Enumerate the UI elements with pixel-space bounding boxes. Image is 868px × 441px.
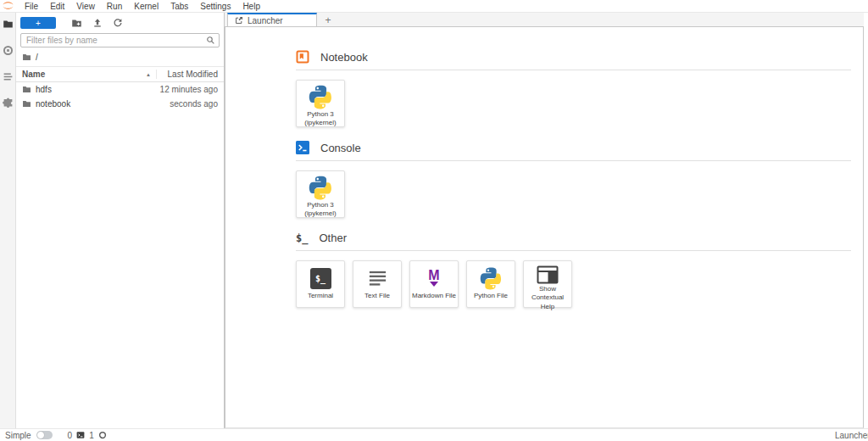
table-of-contents-icon[interactable] (3, 71, 14, 82)
terminal-icon: $_ (310, 265, 331, 291)
card-label: Python File (472, 292, 509, 300)
card-python-file[interactable]: Python File (466, 260, 515, 308)
kernel-status-icon (98, 431, 107, 439)
tab-launcher[interactable]: Launcher (227, 13, 317, 26)
section-notebook-header: Notebook (296, 50, 851, 70)
menu-tabs[interactable]: Tabs (164, 2, 194, 11)
toggle-knob (37, 432, 44, 438)
column-name[interactable]: Name ▲ (22, 70, 157, 79)
search-icon (206, 36, 215, 45)
card-label: Show Contextual Help (524, 285, 571, 311)
launcher-icon (235, 16, 243, 25)
card-label: Markdown File (410, 292, 458, 300)
card-label: Text File (363, 292, 392, 300)
tab-launcher-label: Launcher (248, 16, 283, 25)
filter-files-container (20, 33, 220, 47)
python-icon (309, 176, 333, 200)
folder-icon (22, 85, 31, 94)
simple-mode-toggle[interactable] (36, 431, 53, 439)
text-file-icon (367, 265, 388, 291)
upload-icon[interactable] (87, 18, 108, 28)
menu-kernel[interactable]: Kernel (128, 2, 164, 11)
statusbar-context-label: Launcher (835, 431, 868, 440)
folder-icon (22, 99, 31, 109)
python-icon (309, 85, 333, 109)
section-title: Console (320, 142, 361, 154)
file-browser-icon[interactable] (3, 19, 14, 30)
file-name: notebook (36, 99, 70, 109)
extension-manager-icon[interactable] (3, 98, 14, 109)
file-name: hdfs (36, 85, 52, 94)
home-folder-icon (22, 53, 31, 62)
menu-help[interactable]: Help (236, 2, 266, 11)
section-console: Console Python 3 (ipykernel) (296, 141, 851, 218)
card-notebook-python3[interactable]: Python 3 (ipykernel) (296, 80, 345, 127)
terminal-status-icon (76, 431, 85, 439)
file-list-header: Name ▲ Last Modified (16, 66, 224, 82)
file-modified: 12 minutes ago (160, 85, 218, 94)
markdown-icon: M (428, 265, 439, 291)
file-browser-panel: + (16, 13, 225, 428)
tab-bar: Launcher + (225, 13, 864, 27)
menu-edit[interactable]: Edit (44, 2, 70, 11)
left-sidebar-strip (0, 13, 16, 428)
menu-file[interactable]: File (19, 2, 44, 11)
section-other-header: $_ Other (296, 232, 851, 251)
file-row-notebook[interactable]: notebook seconds ago (16, 97, 224, 111)
new-tab-button[interactable]: + (317, 14, 339, 26)
menu-settings[interactable]: Settings (194, 2, 236, 11)
jupyter-logo-icon (2, 1, 14, 10)
new-launcher-button[interactable]: + (20, 17, 56, 29)
file-row-hdfs[interactable]: hdfs 12 minutes ago (16, 82, 224, 97)
section-console-header: Console (296, 141, 851, 161)
section-notebook-cards: Python 3 (ipykernel) (296, 80, 851, 127)
menu-view[interactable]: View (70, 2, 101, 11)
breadcrumb-root[interactable]: / (36, 53, 38, 62)
menu-bar: File Edit View Run Kernel Tabs Settings … (0, 0, 868, 13)
filter-files-input[interactable] (20, 33, 220, 47)
card-text-file[interactable]: Text File (353, 260, 402, 308)
refresh-icon[interactable] (108, 18, 128, 28)
card-label: Python 3 (ipykernel) (297, 201, 344, 219)
section-notebook: Notebook Python 3 (ipykernel) (296, 50, 851, 127)
new-folder-icon[interactable] (66, 18, 87, 29)
terminals-count: 0 (68, 431, 73, 440)
column-last-modified[interactable]: Last Modified (162, 70, 218, 79)
card-markdown-file[interactable]: M Markdown File (409, 260, 459, 308)
column-name-label: Name (22, 70, 45, 79)
status-bar: Simple 0 1 Launcher (0, 428, 868, 441)
section-other-cards: $_ Terminal (296, 260, 851, 308)
notebook-icon (296, 50, 309, 64)
file-modified: seconds ago (170, 99, 218, 109)
card-show-contextual-help[interactable]: Show Contextual Help (523, 260, 572, 308)
console-icon (296, 141, 309, 154)
terminal-glyph-icon: $_ (296, 232, 308, 244)
kernels-count: 1 (89, 431, 94, 440)
section-title: Notebook (320, 51, 368, 64)
inspector-icon (537, 265, 559, 284)
section-title: Other (319, 232, 347, 244)
main-area: Launcher + Notebook (225, 13, 864, 428)
python-icon (480, 265, 503, 291)
jupyterlab-window: File Edit View Run Kernel Tabs Settings … (0, 0, 868, 441)
section-other: $_ Other $_ Terminal (296, 232, 851, 308)
card-console-python3[interactable]: Python 3 (ipykernel) (296, 170, 345, 218)
menu-run[interactable]: Run (101, 2, 128, 11)
card-label: Python 3 (ipykernel) (297, 110, 344, 128)
card-label: Terminal (306, 292, 335, 300)
section-console-cards: Python 3 (ipykernel) (296, 170, 851, 218)
file-browser-toolbar: + (16, 13, 224, 31)
launcher-panel: Notebook Python 3 (ipykernel) (225, 27, 864, 428)
workspace: + (0, 13, 868, 428)
card-terminal[interactable]: $_ Terminal (296, 260, 345, 308)
running-sessions-icon[interactable] (3, 45, 14, 56)
sort-ascending-icon[interactable]: ▲ (146, 72, 151, 77)
simple-mode-label: Simple (5, 431, 31, 440)
sessions-counts[interactable]: 0 1 (68, 431, 107, 440)
breadcrumb[interactable]: / (16, 47, 224, 66)
